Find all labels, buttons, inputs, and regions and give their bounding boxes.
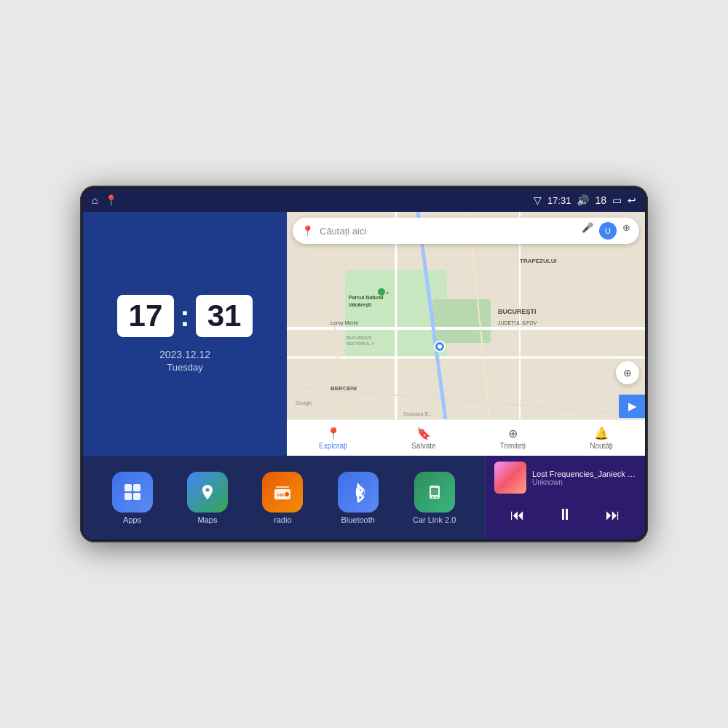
music-thumbnail-image xyxy=(494,462,526,494)
home-icon[interactable]: ⌂ xyxy=(92,194,98,206)
clock-day: Tuesday xyxy=(159,362,210,373)
bluetooth-label: Bluetooth xyxy=(341,515,374,524)
svg-text:BUCUREȘTI: BUCUREȘTI xyxy=(498,308,537,315)
volume-icon[interactable]: 🔊 xyxy=(577,194,589,206)
music-info-row: Lost Frequencies_Janieck Devy-... Unknow… xyxy=(494,462,636,494)
svg-text:Parcul Natural: Parcul Natural xyxy=(349,295,384,300)
svg-text:Google: Google xyxy=(296,400,312,406)
bottom-section: Apps Maps xyxy=(83,456,645,539)
app-item-apps[interactable]: Apps xyxy=(112,472,153,524)
apps-icon xyxy=(112,472,153,513)
maps-status-icon[interactable]: 📍 xyxy=(105,194,117,206)
music-details: Lost Frequencies_Janieck Devy-... Unknow… xyxy=(532,470,636,486)
map-search-input[interactable]: Căutați aici xyxy=(320,226,576,237)
clock-colon: : xyxy=(180,300,189,333)
music-player: Lost Frequencies_Janieck Devy-... Unknow… xyxy=(485,456,645,539)
news-icon: 🔔 xyxy=(594,427,609,440)
saved-label: Salvate xyxy=(411,442,435,450)
svg-text:●: ● xyxy=(386,290,389,295)
map-widget[interactable]: TRAPEZULUI BUCUREȘTI JUDEȚUL ILFOV BERCE… xyxy=(287,212,645,456)
saved-icon: 🔖 xyxy=(416,427,431,440)
svg-text:Văcărești: Văcărești xyxy=(349,302,371,308)
clock-display: 17 : 31 xyxy=(117,295,253,337)
apps-label: Apps xyxy=(123,515,141,524)
svg-text:Leroy Merlin: Leroy Merlin xyxy=(331,320,359,326)
svg-point-23 xyxy=(438,344,442,349)
layers-icon[interactable]: ⊕ xyxy=(622,222,630,240)
map-tab-share[interactable]: ⊕ Trimiteți xyxy=(500,427,526,450)
app-item-maps[interactable]: Maps xyxy=(187,472,228,524)
explore-label: Explorați xyxy=(319,442,347,450)
clock-hours: 17 xyxy=(129,301,163,331)
svg-text:BUCUREȘTI: BUCUREȘTI xyxy=(347,336,372,340)
svg-text:BERCENI: BERCENI xyxy=(331,385,357,392)
explore-icon: 📍 xyxy=(326,427,341,440)
app-item-radio[interactable]: FM radio xyxy=(262,472,303,524)
svg-rect-26 xyxy=(124,484,132,491)
clock-date: 2023.12.12 xyxy=(159,349,210,360)
svg-rect-27 xyxy=(133,484,141,491)
svg-text:TRAPEZULUI: TRAPEZULUI xyxy=(520,258,557,264)
svg-point-31 xyxy=(285,492,289,496)
svg-rect-37 xyxy=(432,496,434,498)
share-label: Trimiteți xyxy=(500,442,526,450)
svg-rect-28 xyxy=(124,493,132,500)
maps-label: Maps xyxy=(198,515,218,524)
map-search-bar[interactable]: 📍 Căutați aici 🎤 U ⊕ xyxy=(293,218,639,244)
map-search-icons: 🎤 U ⊕ xyxy=(582,222,630,240)
status-time: 17:31 xyxy=(547,195,571,206)
map-compass-btn[interactable]: ⊕ xyxy=(616,361,639,384)
prev-button[interactable]: ⏮ xyxy=(505,504,531,526)
next-button[interactable]: ⏭ xyxy=(600,504,626,526)
status-bar-left: ⌂ 📍 xyxy=(92,194,117,206)
status-bar: ⌂ 📍 ▽ 17:31 🔊 18 ▭ ↩ xyxy=(83,189,645,212)
svg-rect-29 xyxy=(133,493,141,500)
map-go-btn[interactable]: ▶ xyxy=(619,395,645,418)
svg-point-24 xyxy=(378,288,385,296)
clock-minutes: 31 xyxy=(207,301,242,331)
app-item-carlink[interactable]: Car Link 2.0 xyxy=(413,472,456,524)
location-icon: ▽ xyxy=(534,194,542,206)
map-pin-icon: 📍 xyxy=(301,225,314,237)
mic-icon[interactable]: 🎤 xyxy=(582,222,593,240)
music-controls: ⏮ ⏸ ⏭ xyxy=(494,499,636,530)
app-item-bluetooth[interactable]: Bluetooth xyxy=(338,472,379,524)
clock-widget: 17 : 31 2023.12.12 Tuesday xyxy=(83,212,287,456)
maps-icon xyxy=(187,472,228,513)
volume-level: 18 xyxy=(595,194,606,206)
map-tab-news[interactable]: 🔔 Noutăți xyxy=(590,427,613,450)
music-thumbnail xyxy=(494,462,526,494)
music-artist: Unknown xyxy=(532,478,636,486)
apps-bar: Apps Maps xyxy=(83,456,485,539)
svg-text:FM: FM xyxy=(277,493,284,497)
svg-text:JUDEȚUL ILFOV: JUDEȚUL ILFOV xyxy=(498,320,537,326)
screen: ⌂ 📍 ▽ 17:31 🔊 18 ▭ ↩ 17 xyxy=(83,189,645,539)
radio-label: radio xyxy=(274,515,291,524)
bluetooth-icon xyxy=(338,472,379,513)
svg-rect-36 xyxy=(431,488,438,495)
map-tab-explore[interactable]: 📍 Explorați xyxy=(319,427,347,450)
back-icon[interactable]: ↩ xyxy=(628,194,636,206)
carlink-label: Car Link 2.0 xyxy=(413,515,456,524)
user-avatar[interactable]: U xyxy=(599,222,617,240)
news-label: Noutăți xyxy=(590,442,613,450)
clock-hours-block: 17 xyxy=(117,295,175,337)
radio-icon: FM xyxy=(262,472,303,513)
device-frame: ⌂ 📍 ▽ 17:31 🔊 18 ▭ ↩ 17 xyxy=(80,186,648,542)
main-content: 17 : 31 2023.12.12 Tuesday xyxy=(83,212,645,539)
battery-icon: ▭ xyxy=(612,194,622,206)
status-bar-right: ▽ 17:31 🔊 18 ▭ ↩ xyxy=(534,194,636,206)
map-tab-saved[interactable]: 🔖 Salvate xyxy=(411,427,435,450)
svg-rect-38 xyxy=(435,496,438,498)
music-title: Lost Frequencies_Janieck Devy-... xyxy=(532,470,636,478)
share-icon: ⊕ xyxy=(508,427,518,440)
carlink-icon xyxy=(414,472,455,513)
top-section: 17 : 31 2023.12.12 Tuesday xyxy=(83,212,645,456)
play-pause-button[interactable]: ⏸ xyxy=(551,502,579,527)
svg-rect-32 xyxy=(276,486,289,488)
map-bottom-bar: 📍 Explorați 🔖 Salvate ⊕ Trimiteți 🔔 xyxy=(287,419,645,456)
clock-date-container: 2023.12.12 Tuesday xyxy=(159,349,210,373)
svg-text:SECTORUL 4: SECTORUL 4 xyxy=(347,341,374,346)
svg-text:Șoseaua B...: Șoseaua B... xyxy=(403,411,432,417)
clock-minutes-block: 31 xyxy=(196,295,253,337)
